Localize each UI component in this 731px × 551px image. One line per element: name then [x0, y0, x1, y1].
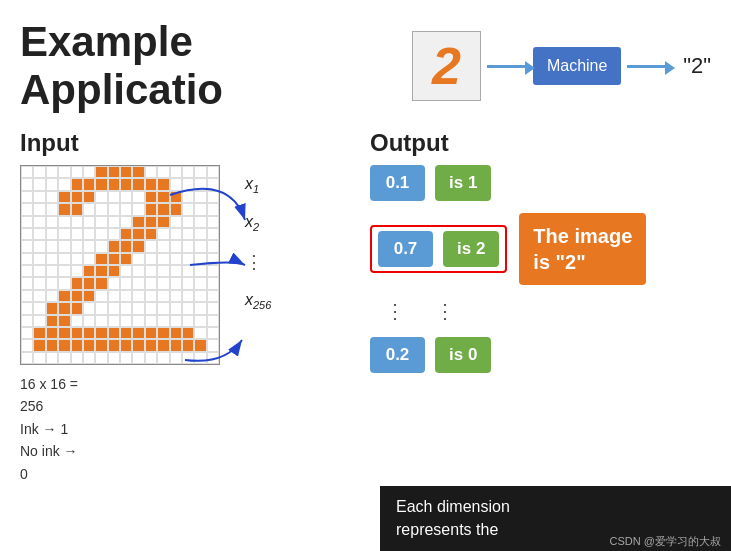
x-label-1: x1: [245, 175, 271, 195]
pixel-cell: [95, 253, 107, 265]
pixel-cell: [33, 203, 45, 215]
pixel-cell: [33, 277, 45, 289]
pixel-cell: [120, 203, 132, 215]
pixel-cell: [83, 327, 95, 339]
pixel-cell: [207, 302, 219, 314]
pixel-cell: [170, 352, 182, 364]
pixel-cell: [71, 290, 83, 302]
pixel-cell: [145, 352, 157, 364]
pixel-cell: [71, 253, 83, 265]
pixel-cell: [71, 339, 83, 351]
pixel-cell: [95, 178, 107, 190]
pixel-cell: [182, 203, 194, 215]
pixel-cell: [145, 339, 157, 351]
pixel-cell: [33, 265, 45, 277]
output-rows: 0.1 is 1 0.7 is 2 The imageis "2" ⋮ ⋮: [370, 165, 711, 373]
pixel-cell: [194, 253, 206, 265]
pixel-cell: [207, 191, 219, 203]
pixel-cell: [207, 253, 219, 265]
main-content: Input x1: [0, 129, 731, 485]
pixel-cell: [21, 216, 33, 228]
pixel-cell: [83, 352, 95, 364]
pixel-cell: [132, 240, 144, 252]
pixel-cell: [21, 339, 33, 351]
pixel-cell: [33, 302, 45, 314]
pixel-cell: [58, 265, 70, 277]
pixel-cell: [108, 277, 120, 289]
pixel-cell: [207, 339, 219, 351]
pixel-cell: [83, 302, 95, 314]
pixel-cell: [83, 265, 95, 277]
pixel-cell: [157, 290, 169, 302]
pixel-cell: [83, 216, 95, 228]
pixel-cell: [83, 240, 95, 252]
pixel-cell: [207, 203, 219, 215]
pixel-cell: [58, 327, 70, 339]
pixel-cell: [95, 315, 107, 327]
pixel-cell: [132, 166, 144, 178]
pixel-cell: [58, 166, 70, 178]
pixel-cell: [95, 290, 107, 302]
pixel-cell: [58, 315, 70, 327]
pixel-cell: [71, 228, 83, 240]
pixel-cell: [95, 216, 107, 228]
pixel-cell: [71, 216, 83, 228]
pixel-cell: [21, 290, 33, 302]
pixel-cell: [58, 203, 70, 215]
pixel-info-line1: 16 x 16 =: [20, 373, 340, 395]
pixel-cell: [46, 228, 58, 240]
pixel-cell: [132, 327, 144, 339]
pixel-cell: [58, 253, 70, 265]
pixel-cell: [170, 178, 182, 190]
output-section: Output 0.1 is 1 0.7 is 2 The imageis "2"…: [340, 129, 711, 485]
pixel-info-line2: 256: [20, 395, 340, 417]
pixel-cell: [21, 315, 33, 327]
pixel-cell: [46, 203, 58, 215]
output-row-1: 0.1 is 1: [370, 165, 711, 201]
pixel-cell: [170, 290, 182, 302]
output-row-3: 0.2 is 0: [370, 337, 711, 373]
pixel-cell: [132, 352, 144, 364]
pixel-cell: [170, 228, 182, 240]
score-box-1: 0.1: [370, 165, 425, 201]
pixel-cell: [108, 352, 120, 364]
pixel-cell: [83, 178, 95, 190]
pixel-cell: [21, 302, 33, 314]
pixel-cell: [21, 277, 33, 289]
pixel-cell: [46, 277, 58, 289]
pixel-cell: [145, 166, 157, 178]
pixel-cell: [157, 265, 169, 277]
pixel-grid-wrapper: x1 x2 ⋮ x256: [20, 165, 340, 365]
pixel-cell: [46, 290, 58, 302]
x-label-256: x256: [245, 291, 271, 311]
pixel-cell: [157, 339, 169, 351]
label-box-3: is 0: [435, 337, 491, 373]
pixel-cell: [145, 253, 157, 265]
x-dots: ⋮: [245, 253, 271, 271]
pixel-cell: [132, 315, 144, 327]
pixel-cell: [71, 166, 83, 178]
pixel-cell: [157, 302, 169, 314]
pixel-cell: [170, 315, 182, 327]
pixel-cell: [71, 203, 83, 215]
dot-1: ⋮: [385, 299, 405, 323]
pixel-cell: [120, 166, 132, 178]
pixel-cell: [132, 290, 144, 302]
pixel-cell: [194, 228, 206, 240]
pixel-cell: [157, 191, 169, 203]
caption-line1: Each dimension: [396, 498, 510, 515]
pixel-cell: [120, 277, 132, 289]
output-row-2-wrapper: 0.7 is 2 The imageis "2": [370, 213, 711, 285]
pixel-cell: [58, 228, 70, 240]
pixel-cell: [170, 265, 182, 277]
label-box-1: is 1: [435, 165, 491, 201]
pixel-cell: [170, 253, 182, 265]
pixel-cell: [120, 216, 132, 228]
pixel-cell: [182, 352, 194, 364]
pixel-cell: [132, 203, 144, 215]
pixel-cell: [182, 265, 194, 277]
pixel-cell: [71, 265, 83, 277]
pixel-cell: [46, 240, 58, 252]
pixel-cell: [207, 277, 219, 289]
pixel-cell: [207, 327, 219, 339]
